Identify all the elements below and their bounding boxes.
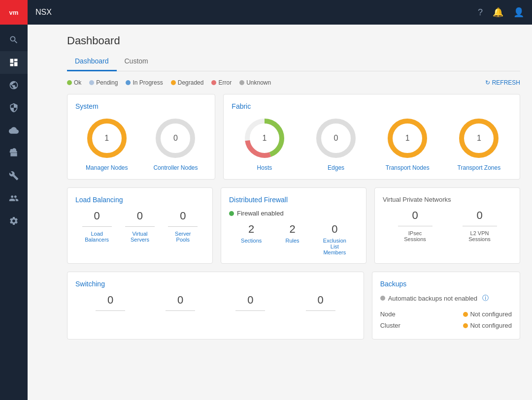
backups-auto-status: Automatic backups not enabled ⓘ [380, 294, 512, 303]
manager-nodes-item: 1 Manager Nodes [85, 116, 129, 171]
vpn-l2-label: L2 VPNSessions [468, 230, 491, 242]
vpn-l2-value: 0 [476, 209, 482, 222]
app-logo: vm [0, 0, 28, 25]
sidebar-item-networking[interactable] [0, 74, 28, 96]
legend-error: Error [211, 79, 232, 86]
transport-zones-value: 1 [477, 134, 481, 143]
card-backups: Backups Automatic backups not enabled ⓘ … [372, 272, 520, 339]
tab-custom[interactable]: Custom [117, 53, 156, 71]
vpn-title: Virtual Private Networks [383, 196, 512, 203]
legend-dot-degraded [171, 80, 176, 85]
sidebar-item-groups[interactable] [0, 187, 28, 210]
fabric-donuts: 1 Hosts 0 Edges [232, 116, 512, 171]
legend-dot-ok [67, 80, 72, 85]
sidebar-item-security[interactable] [0, 96, 28, 119]
dfw-enabled-dot [229, 211, 234, 216]
sidebar-item-cloud[interactable] [0, 119, 28, 142]
lb-lb-label: LoadBalancers [85, 231, 109, 243]
backup-cluster-status-text: Not configured [470, 322, 512, 329]
switching-div-2 [166, 310, 195, 311]
legend-unknown: Unknown [239, 79, 271, 86]
dfw-stats: 2 Sections 2 Rules 0 ExclusionListMember… [229, 223, 358, 255]
fabric-title: Fabric [232, 102, 512, 110]
logo-text: vm [9, 9, 19, 16]
app-name: NSX [35, 8, 52, 17]
card-vpn: Virtual Private Networks 0 IPsecSessions… [374, 187, 520, 264]
lb-sp-divider [168, 226, 198, 227]
legend-label-error: Error [218, 79, 232, 86]
controller-nodes-value: 0 [173, 134, 178, 143]
legend-inprogress: In Progress [126, 79, 163, 86]
refresh-button[interactable]: ↻ REFRESH [485, 79, 520, 86]
backup-cluster-dot [463, 323, 468, 328]
sidebar-item-dashboard[interactable] [0, 51, 28, 74]
controller-nodes-chart: 0 [153, 116, 198, 160]
dfw-enabled-text: Firewall enabled [237, 210, 284, 217]
card-load-balancing: Load Balancing 0 LoadBalancers 0 Virtual… [67, 187, 213, 264]
legend-ok: Ok [67, 79, 81, 86]
sidebar-item-settings[interactable] [0, 210, 28, 232]
sidebar-nav [0, 29, 28, 232]
legend-label-unknown: Unknown [246, 79, 271, 86]
sidebar-item-tools[interactable] [0, 164, 28, 187]
lb-server-pools: 0 ServerPools [168, 210, 198, 243]
topbar: NSX ? 🔔 👤 [28, 0, 532, 25]
manager-nodes-label: Manager Nodes [86, 164, 128, 171]
controller-nodes-item: 0 Controller Nodes [153, 116, 198, 171]
system-title: System [75, 102, 207, 110]
notifications-icon[interactable]: 🔔 [493, 7, 503, 18]
switching-div-3 [235, 310, 265, 311]
sidebar-item-inventory[interactable] [0, 142, 28, 164]
lb-lb-divider [82, 226, 112, 227]
legend-label-pending: Pending [96, 79, 118, 86]
switching-val-3: 0 [247, 294, 253, 307]
lb-title: Load Balancing [75, 196, 204, 204]
backup-node-status: Not configured [463, 310, 512, 318]
tab-dashboard[interactable]: Dashboard [67, 53, 117, 71]
lb-load-balancers: 0 LoadBalancers [82, 210, 112, 243]
edges-value: 0 [334, 134, 338, 143]
legend-label-inprogress: In Progress [133, 79, 163, 86]
edges-item: 0 Edges [314, 116, 358, 171]
backups-help-icon[interactable]: ⓘ [482, 294, 489, 303]
hosts-chart: 1 [242, 116, 287, 160]
transport-nodes-label: Transport Nodes [386, 164, 430, 171]
backups-title: Backups [380, 280, 512, 288]
card-system: System 1 Manager Nodes [67, 94, 215, 180]
card-distributed-firewall: Distributed Firewall Firewall enabled 2 … [221, 187, 366, 264]
switching-items: 0 0 0 0 [75, 294, 356, 313]
content-area: Dashboard Dashboard Custom Ok Pending In… [55, 25, 532, 400]
legend: Ok Pending In Progress Degraded Error Un… [67, 79, 520, 86]
help-icon[interactable]: ? [478, 7, 483, 18]
edges-label: Edges [328, 164, 344, 171]
dfw-sections-value: 2 [248, 223, 254, 236]
transport-zones-label: Transport Zones [458, 164, 501, 171]
lb-sp-value: 0 [180, 210, 186, 222]
switching-div-4 [306, 310, 335, 311]
user-icon[interactable]: 👤 [513, 7, 524, 18]
switching-val-1: 0 [107, 294, 113, 307]
transport-nodes-value: 1 [405, 134, 410, 143]
backups-auto-dot [380, 296, 385, 301]
dfw-title: Distributed Firewall [229, 196, 358, 204]
transport-zones-chart: 1 [457, 116, 501, 160]
page-header: Dashboard Dashboard Custom [67, 34, 520, 71]
switching-item-1: 0 [96, 294, 125, 313]
switching-item-3: 0 [235, 294, 265, 313]
vpn-l2-divider [463, 226, 497, 226]
backup-cluster-label: Cluster [380, 322, 400, 329]
vpn-items: 0 IPsecSessions 0 L2 VPNSessions [383, 209, 512, 242]
backup-cluster-status: Not configured [463, 322, 512, 329]
legend-dot-unknown [239, 80, 244, 85]
switching-val-4: 0 [317, 294, 323, 307]
sidebar-item-search[interactable] [0, 29, 28, 51]
backup-node-dot [463, 312, 468, 317]
backups-auto-text: Automatic backups not enabled [388, 295, 477, 302]
switching-div-1 [96, 310, 125, 311]
switching-item-2: 0 [166, 294, 195, 313]
hosts-label: Hosts [257, 164, 272, 171]
dfw-rules-value: 2 [289, 223, 295, 236]
switching-val-2: 0 [177, 294, 183, 307]
lb-vs-divider [125, 226, 155, 227]
dfw-rules-label: Rules [285, 238, 299, 244]
